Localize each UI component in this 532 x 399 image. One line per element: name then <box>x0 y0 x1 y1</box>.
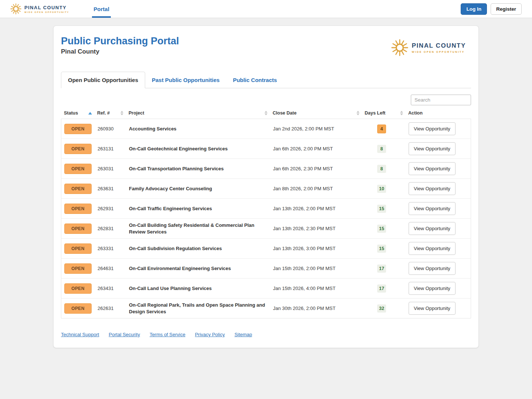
column-header-ref[interactable]: Ref. # <box>97 110 129 116</box>
county-logo-name: PINAL COUNTY <box>412 42 466 50</box>
view-opportunity-button[interactable]: View Opportunity <box>409 222 456 235</box>
status-badge: OPEN <box>64 204 92 214</box>
table-row: OPEN 263431 On-Call Land Use Planning Se… <box>61 279 471 299</box>
page-title: Public Purchasing Portal <box>61 35 179 47</box>
project-name: On-Call Geotechnical Engineering Service… <box>129 146 273 152</box>
days-left-badge: 8 <box>377 165 386 173</box>
project-name: Accounting Services <box>129 126 273 132</box>
tab-public-contracts[interactable]: Public Contracts <box>226 72 283 88</box>
brand-logo: PINAL COUNTY WIDE OPEN OPPORTUNITY <box>10 0 69 18</box>
column-label: Close Date <box>273 110 297 116</box>
column-header-status[interactable]: Status <box>64 110 97 116</box>
column-header-project[interactable]: Project <box>129 110 273 116</box>
top-nav: Portal <box>92 0 111 18</box>
status-badge: OPEN <box>64 303 92 314</box>
close-date: Jan 30th 2026, 2:00 PM MST <box>273 306 365 311</box>
county-logo: PINAL COUNTY WIDE OPEN OPPORTUNITY <box>391 39 466 56</box>
ref-number: 262931 <box>98 206 129 211</box>
status-badge: OPEN <box>64 124 92 134</box>
pinal-county-sun-icon <box>391 39 408 56</box>
close-date: Jan 13th 2026, 2:00 PM MST <box>273 206 365 211</box>
column-label: Action <box>408 110 423 116</box>
view-opportunity-button[interactable]: View Opportunity <box>409 162 456 175</box>
auth-buttons: Log In Register <box>461 0 522 18</box>
footer-link-technical-support[interactable]: Technical Support <box>61 332 99 337</box>
log-in-button[interactable]: Log In <box>461 3 487 15</box>
close-date: Jan 6th 2026, 2:30 PM MST <box>273 166 365 171</box>
footer-link-privacy-policy[interactable]: Privacy Policy <box>195 332 225 337</box>
brand-name: PINAL COUNTY <box>24 5 69 10</box>
register-button[interactable]: Register <box>491 3 522 15</box>
days-left-badge: 10 <box>377 185 386 193</box>
table-row: OPEN 262831 On-Call Building Safety Resi… <box>61 219 471 239</box>
close-date: Jan 8th 2026, 2:00 PM MST <box>273 186 365 191</box>
ref-number: 263431 <box>98 286 129 291</box>
view-opportunity-button[interactable]: View Opportunity <box>409 142 456 155</box>
portal-card: Public Purchasing Portal Pinal County PI… <box>53 25 479 348</box>
project-name: On-Call Subdivision Regulation Services <box>129 245 273 252</box>
page-subtitle: Pinal County <box>61 48 179 55</box>
search-input[interactable] <box>411 95 471 105</box>
view-opportunity-button[interactable]: View Opportunity <box>409 282 456 295</box>
project-name: Family Advocacy Center Counseling <box>129 185 273 192</box>
column-label: Status <box>64 110 78 116</box>
sort-ascending-icon <box>88 112 92 115</box>
view-opportunity-button[interactable]: View Opportunity <box>409 302 456 315</box>
close-date: Jan 13th 2026, 2:30 PM MST <box>273 226 365 231</box>
project-name: On-Call Regional Park, Trails and Open S… <box>129 302 273 315</box>
footer-link-sitemap[interactable]: Sitemap <box>235 332 252 337</box>
table-row: OPEN 262931 On-Call Traffic Engineering … <box>61 199 471 219</box>
status-badge: OPEN <box>64 263 92 274</box>
pinal-county-sun-icon <box>10 3 21 14</box>
days-left-badge: 17 <box>377 265 386 273</box>
status-badge: OPEN <box>64 224 92 234</box>
nav-portal[interactable]: Portal <box>92 0 111 18</box>
sort-toggle-icon <box>265 111 267 115</box>
ref-number: 264631 <box>98 266 129 271</box>
brand-tagline: WIDE OPEN OPPORTUNITY <box>24 11 69 13</box>
ref-number: 262831 <box>98 226 129 231</box>
view-opportunity-button[interactable]: View Opportunity <box>409 182 456 195</box>
close-date: Jan 15th 2026, 2:00 PM MST <box>273 266 365 271</box>
status-badge: OPEN <box>64 164 92 174</box>
status-badge: OPEN <box>64 283 92 294</box>
project-name: On-Call Traffic Engineering Services <box>129 205 273 212</box>
status-badge: OPEN <box>64 243 92 254</box>
ref-number: 263631 <box>98 186 129 191</box>
project-name: On-Call Building Safety Residential & Co… <box>129 222 273 235</box>
project-name: On-Call Environmental Engineering Servic… <box>129 265 273 272</box>
days-left-badge: 15 <box>377 245 386 253</box>
table-row: OPEN 262631 On-Call Regional Park, Trail… <box>61 299 471 318</box>
column-header-close-date[interactable]: Close Date <box>273 110 365 116</box>
table-row: OPEN 264631 On-Call Environmental Engine… <box>61 259 471 279</box>
table-row: OPEN 263331 On-Call Subdivision Regulati… <box>61 239 471 259</box>
table-row: OPEN 263131 On-Call Geotechnical Enginee… <box>61 139 471 159</box>
ref-number: 260930 <box>98 126 129 132</box>
view-opportunity-button[interactable]: View Opportunity <box>409 122 456 135</box>
view-opportunity-button[interactable]: View Opportunity <box>409 262 456 275</box>
close-date: Jan 13th 2026, 3:00 PM MST <box>273 246 365 251</box>
table-row: OPEN 260930 Accounting Services Jan 2nd … <box>61 119 471 139</box>
table-row: OPEN 263031 On-Call Transportation Plann… <box>61 159 471 179</box>
days-left-badge: 17 <box>377 284 386 293</box>
close-date: Jan 2nd 2026, 2:00 PM MST <box>273 126 365 132</box>
column-label: Project <box>129 110 144 116</box>
footer-link-portal-security[interactable]: Portal Security <box>109 332 140 337</box>
table-row: OPEN 263631 Family Advocacy Center Couns… <box>61 179 471 199</box>
footer-link-terms-of-service[interactable]: Terms of Service <box>150 332 185 337</box>
project-name: On-Call Land Use Planning Services <box>129 285 273 292</box>
sort-toggle-icon <box>120 111 123 115</box>
tab-past-public-opportunities[interactable]: Past Public Opportunities <box>145 72 226 88</box>
tab-open-public-opportunities[interactable]: Open Public Opportunities <box>61 72 145 88</box>
view-opportunity-button[interactable]: View Opportunity <box>409 202 456 215</box>
column-label: Days Left <box>365 110 385 116</box>
sort-toggle-icon <box>400 111 403 115</box>
view-opportunity-button[interactable]: View Opportunity <box>409 242 456 255</box>
sort-toggle-icon <box>357 111 359 115</box>
column-header-action[interactable]: Action <box>408 110 471 116</box>
column-header-days-left[interactable]: Days Left <box>365 110 408 116</box>
project-name: On-Call Transportation Planning Services <box>129 166 273 172</box>
ref-number: 263031 <box>98 166 129 171</box>
close-date: Jan 6th 2026, 2:00 PM MST <box>273 146 365 151</box>
days-left-badge: 32 <box>377 304 386 313</box>
